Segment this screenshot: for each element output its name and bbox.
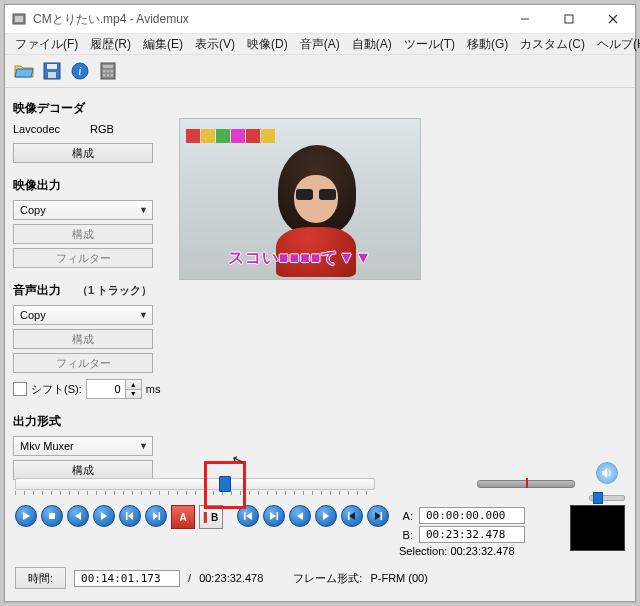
menu-help[interactable]: ヘルプ(H) bbox=[591, 34, 640, 55]
chevron-down-icon: ▼ bbox=[139, 205, 148, 215]
decoder-configure-button[interactable]: 構成 bbox=[13, 143, 153, 163]
marker-b-time: 00:23:32.478 bbox=[419, 526, 525, 543]
toolbar: i bbox=[5, 55, 635, 88]
prev-frame-button[interactable] bbox=[67, 505, 89, 527]
menu-video[interactable]: 映像(D) bbox=[241, 34, 294, 55]
volume-icon[interactable] bbox=[596, 462, 618, 484]
video-out-title: 映像出力 bbox=[13, 177, 165, 194]
timeline-thumb[interactable] bbox=[219, 476, 231, 492]
svg-rect-12 bbox=[103, 65, 113, 68]
menu-custom[interactable]: カスタム(C) bbox=[514, 34, 591, 55]
svg-rect-30 bbox=[277, 512, 279, 520]
open-file-icon[interactable] bbox=[13, 60, 35, 82]
calculator-icon[interactable] bbox=[97, 60, 119, 82]
menu-recent[interactable]: 履歴(R) bbox=[84, 34, 137, 55]
svg-rect-7 bbox=[47, 64, 57, 69]
preview-caption: スコい■■■■て▼▼ bbox=[180, 248, 420, 269]
marker-b-label: B: bbox=[399, 529, 413, 541]
svg-rect-27 bbox=[244, 512, 246, 520]
menu-auto[interactable]: 自動(A) bbox=[346, 34, 398, 55]
decoder-title: 映像デコーダ bbox=[13, 100, 165, 117]
next-keyframe-button[interactable] bbox=[145, 505, 167, 527]
svg-rect-1 bbox=[15, 16, 23, 22]
decoder-colorspace: RGB bbox=[90, 123, 114, 135]
timeline[interactable]: ↖ bbox=[15, 469, 375, 497]
svg-marker-31 bbox=[297, 512, 303, 520]
next-black-frame-button[interactable] bbox=[367, 505, 389, 527]
preview-area: スコい■■■■て▼▼ bbox=[173, 88, 635, 462]
audio-configure-button: 構成 bbox=[13, 329, 153, 349]
svg-rect-13 bbox=[103, 70, 106, 73]
goto-end-button[interactable] bbox=[263, 505, 285, 527]
svg-marker-19 bbox=[23, 512, 30, 520]
prev-black-frame-button[interactable] bbox=[341, 505, 363, 527]
zoom-center-mark bbox=[526, 478, 528, 488]
app-icon bbox=[11, 11, 27, 27]
app-window: CMとりたい.mp4 - Avidemux ファイル(F) 履歴(R) 編集(E… bbox=[4, 4, 636, 602]
svg-rect-23 bbox=[126, 512, 128, 520]
goto-marker-a-button[interactable] bbox=[289, 505, 311, 527]
bottom-panel: ↖ bbox=[5, 459, 635, 601]
shift-value: 0 bbox=[87, 380, 125, 398]
set-marker-b-button[interactable]: ▌B bbox=[199, 505, 223, 529]
shift-spinner[interactable]: 0 ▲ ▼ bbox=[86, 379, 142, 399]
svg-marker-29 bbox=[270, 512, 276, 520]
zoom-slider[interactable] bbox=[477, 471, 575, 495]
svg-rect-17 bbox=[107, 74, 110, 77]
preview-top-banner bbox=[186, 125, 306, 147]
menu-edit[interactable]: 編集(E) bbox=[137, 34, 189, 55]
frame-type-label: フレーム形式: bbox=[293, 571, 362, 586]
svg-marker-25 bbox=[153, 512, 158, 520]
set-marker-a-button[interactable]: A bbox=[171, 505, 195, 529]
output-format-value: Mkv Muxer bbox=[20, 440, 74, 452]
menu-tools[interactable]: ツール(T) bbox=[398, 34, 461, 55]
svg-rect-15 bbox=[111, 70, 114, 73]
volume-slider[interactable] bbox=[589, 490, 625, 504]
svg-rect-14 bbox=[107, 70, 110, 73]
svg-marker-21 bbox=[75, 512, 81, 520]
decoder-codec: Lavcodec bbox=[13, 123, 60, 135]
close-button[interactable] bbox=[591, 5, 635, 33]
next-frame-button[interactable] bbox=[93, 505, 115, 527]
goto-time-button[interactable]: 時間: bbox=[15, 567, 66, 589]
goto-start-button[interactable] bbox=[237, 505, 259, 527]
stop-button[interactable] bbox=[41, 505, 63, 527]
output-format-combo[interactable]: Mkv Muxer ▼ bbox=[13, 436, 153, 456]
svg-rect-3 bbox=[565, 15, 573, 23]
svg-rect-34 bbox=[348, 512, 350, 520]
current-time[interactable]: 00:14:01.173 bbox=[74, 570, 180, 587]
svg-rect-18 bbox=[111, 74, 114, 77]
video-out-value: Copy bbox=[20, 204, 46, 216]
menu-go[interactable]: 移動(G) bbox=[461, 34, 514, 55]
video-filter-button: フィルター bbox=[13, 248, 153, 268]
spinner-down-icon[interactable]: ▼ bbox=[125, 390, 141, 399]
audio-out-combo[interactable]: Copy ▼ bbox=[13, 305, 153, 325]
prev-keyframe-button[interactable] bbox=[119, 505, 141, 527]
info-icon[interactable]: i bbox=[69, 60, 91, 82]
svg-rect-26 bbox=[159, 512, 161, 520]
menu-file[interactable]: ファイル(F) bbox=[9, 34, 84, 55]
shift-checkbox[interactable] bbox=[13, 382, 27, 396]
play-button[interactable] bbox=[15, 505, 37, 527]
svg-rect-20 bbox=[49, 513, 55, 519]
menu-view[interactable]: 表示(V) bbox=[189, 34, 241, 55]
spinner-up-icon[interactable]: ▲ bbox=[125, 380, 141, 390]
audio-tracks-label: （1 トラック） bbox=[77, 283, 152, 298]
selection-time: 00:23:32.478 bbox=[450, 545, 514, 557]
menu-audio[interactable]: 音声(A) bbox=[294, 34, 346, 55]
video-preview: スコい■■■■て▼▼ bbox=[179, 118, 421, 280]
total-time: 00:23:32.478 bbox=[199, 572, 263, 584]
svg-marker-35 bbox=[375, 512, 381, 520]
minimize-button[interactable] bbox=[503, 5, 547, 33]
maximize-button[interactable] bbox=[547, 5, 591, 33]
save-icon[interactable] bbox=[41, 60, 63, 82]
goto-marker-b-button[interactable] bbox=[315, 505, 337, 527]
svg-rect-16 bbox=[103, 74, 106, 77]
vu-meter bbox=[570, 505, 625, 551]
shift-label: シフト(S): bbox=[31, 382, 82, 397]
svg-rect-36 bbox=[381, 512, 383, 520]
transport-controls: A ▌B bbox=[15, 505, 389, 529]
selection-panel: A: 00:00:00.000 B: 00:23:32.478 Selectio… bbox=[399, 505, 560, 557]
video-out-combo[interactable]: Copy ▼ bbox=[13, 200, 153, 220]
svg-marker-32 bbox=[323, 512, 329, 520]
